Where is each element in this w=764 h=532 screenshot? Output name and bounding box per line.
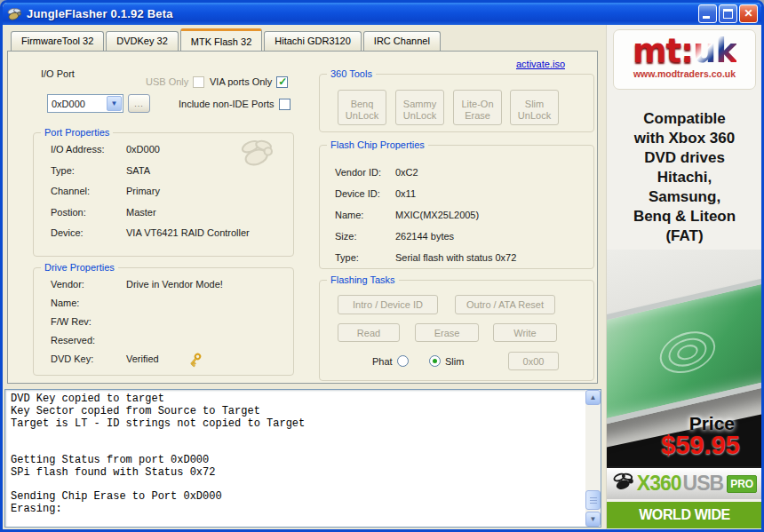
shipping-banner[interactable]: WORLD WIDE SHIPPING (607, 502, 762, 528)
app-window: JungleFlasher 0.1.92 Beta ✕ FirmwareTool… (0, 0, 764, 532)
read-button[interactable]: Read (338, 323, 400, 342)
include-non-ide-checkbox[interactable] (279, 99, 290, 110)
group-360-tools: 360 Tools Benq UnLock Sammy UnLock Lite-… (319, 74, 594, 132)
intro-device-id-button[interactable]: Intro / Device ID (338, 295, 438, 314)
via-ports-only-row: VIA ports Only (210, 75, 288, 88)
tab-dvdkey32[interactable]: DVDKey 32 (106, 31, 178, 51)
slim-unlock-button[interactable]: Slim UnLock (510, 90, 559, 125)
group-360-tools-title: 360 Tools (327, 68, 376, 79)
drive-prop-row: F/W Rev: (51, 316, 293, 335)
log-scrollbar[interactable]: ▲ ▼ (585, 390, 601, 527)
flash-prop-row: Type:Serial flash with status 0x72 (335, 252, 593, 274)
usb-text: USB (683, 472, 724, 496)
slim-radio-row: Slim (429, 355, 464, 367)
tab-hitachi-gdr3120[interactable]: Hitachi GDR3120 (264, 31, 362, 51)
tab-firmwaretool32[interactable]: FirmwareTool 32 (11, 31, 104, 51)
drive-prop-row: Reserved: (51, 335, 293, 353)
browse-ports-button[interactable]: ... (128, 94, 150, 113)
tab-page-mtk-flash: activate.iso I/O Port 0xD000 ▼ ... USB O… (7, 51, 598, 384)
port-prop-row: I/O Address:0xD000 (51, 144, 293, 165)
sammy-unlock-button[interactable]: Sammy UnLock (395, 90, 444, 125)
x360-text: X360 (637, 472, 681, 496)
title-bar[interactable]: JungleFlasher 0.1.92 Beta ✕ (3, 3, 761, 25)
via-ports-only-checkbox[interactable] (276, 76, 288, 88)
minimize-button[interactable] (698, 4, 717, 23)
write-button[interactable]: Write (493, 323, 557, 342)
x360usb-pro-banner[interactable]: X360 USB PRO (607, 466, 762, 499)
x360usb-bee-icon (612, 472, 635, 495)
minimize-icon (703, 16, 710, 19)
close-button[interactable]: ✕ (739, 4, 758, 23)
x360usb-device-image (607, 272, 762, 432)
io-port-selected-value: 0xD000 (48, 99, 107, 109)
log-text: DVD Key copied to target Key Sector copi… (5, 390, 601, 520)
phat-radio-row: Phat (372, 355, 409, 367)
activate-iso-link[interactable]: activate.iso (516, 59, 565, 69)
ad-panel: mt:uk www.modtraders.co.uk Compatible wi… (606, 25, 761, 529)
dvd-key-icon (187, 352, 203, 372)
phat-radio[interactable] (397, 355, 409, 367)
port-prop-row: Device:VIA VT6421 RAID Controller (51, 227, 293, 249)
io-port-select[interactable]: 0xD000 ▼ (47, 94, 123, 113)
drive-prop-row: DVD Key: Verified (51, 353, 293, 372)
via-ports-only-label: VIA ports Only (210, 76, 272, 87)
hex-status-button[interactable]: 0x00 (508, 352, 559, 370)
outro-ata-reset-button[interactable]: Outro / ATA Reset (455, 295, 555, 314)
flash-prop-row: Size:262144 bytes (335, 231, 593, 252)
phat-radio-label: Phat (372, 356, 393, 367)
group-port-properties: Port Properties I/O Address:0xD000 Type:… (33, 132, 294, 257)
tab-bar: FirmwareTool 32 DVDKey 32 MTK Flash 32 H… (11, 31, 441, 51)
liteon-erase-button[interactable]: Lite-On Erase (453, 90, 502, 125)
flash-prop-row: Device ID:0x11 (335, 188, 593, 210)
scroll-up-icon[interactable]: ▲ (585, 390, 601, 405)
usb-only-row: USB Only (146, 75, 204, 88)
modtraders-url: www.modtraders.co.uk (614, 68, 755, 79)
flash-prop-row: Vendor ID:0xC2 (335, 167, 593, 188)
group-flash-chip-properties: Flash Chip Properties Vendor ID:0xC2 Dev… (319, 145, 594, 269)
modtraders-logo-link[interactable]: mt:uk www.modtraders.co.uk (613, 29, 756, 90)
group-flashing-tasks-title: Flashing Tasks (327, 274, 399, 285)
port-prop-row: Type:SATA (51, 165, 293, 187)
include-non-ide-row: Include non-IDE Ports (179, 98, 290, 110)
io-port-label: I/O Port (41, 68, 75, 79)
erase-button[interactable]: Erase (415, 323, 479, 342)
maximize-button[interactable] (719, 4, 737, 23)
port-prop-row: Channel:Primary (51, 186, 293, 207)
window-title: JungleFlasher 0.1.92 Beta (27, 7, 173, 20)
port-prop-row: Postion:Master (51, 207, 293, 228)
scroll-down-icon[interactable]: ▼ (585, 512, 601, 527)
tab-irc-channel[interactable]: IRC Channel (363, 31, 441, 51)
price-value: $59.95 (661, 431, 740, 460)
pro-badge: PRO (727, 475, 757, 493)
jungleflasher-bee-icon (6, 7, 22, 21)
flash-prop-row: Name:MXIC(MX25L2005) (335, 210, 593, 231)
chevron-down-icon[interactable]: ▼ (107, 96, 122, 111)
include-non-ide-label: Include non-IDE Ports (179, 99, 275, 109)
group-flashing-tasks: Flashing Tasks Intro / Device ID Outro /… (319, 280, 594, 381)
maximize-icon (723, 9, 733, 19)
scroll-thumb[interactable] (585, 490, 601, 510)
slim-radio-label: Slim (445, 356, 464, 367)
drive-prop-row: Vendor:Drive in Vendor Mode! (51, 279, 293, 298)
usb-only-checkbox[interactable] (193, 76, 204, 88)
group-drive-properties: Drive Properties Vendor:Drive in Vendor … (33, 267, 294, 376)
usb-only-label: USB Only (146, 76, 188, 87)
log-output[interactable]: DVD Key copied to target Key Sector copi… (4, 389, 601, 528)
tab-mtkflash32[interactable]: MTK Flash 32 (180, 28, 262, 51)
mtuk-logo: mt:uk (614, 36, 755, 67)
app-content: FirmwareTool 32 DVDKey 32 MTK Flash 32 H… (3, 25, 761, 529)
benq-unlock-button[interactable]: Benq UnLock (338, 90, 386, 125)
compatibility-text: Compatible with Xbox 360 DVD drives Hita… (607, 109, 762, 246)
slim-radio[interactable] (429, 355, 441, 367)
drive-prop-row: Name: (51, 298, 293, 316)
